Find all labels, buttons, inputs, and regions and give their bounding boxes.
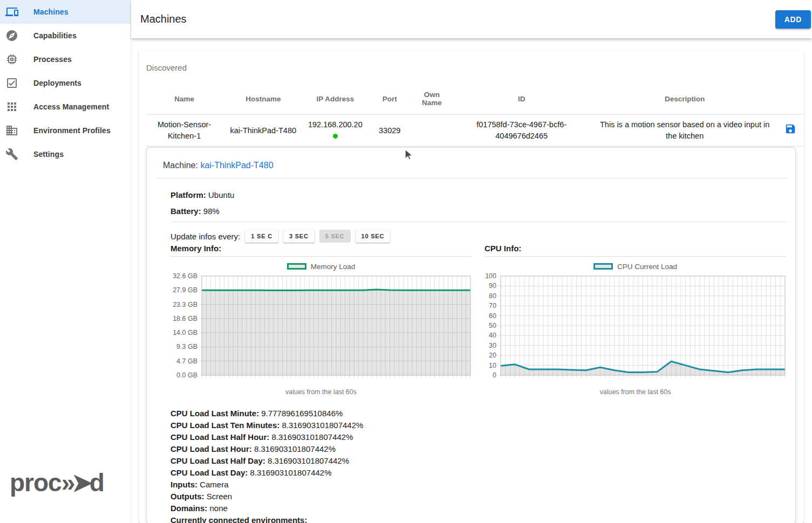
table-header-row: Name Hostname IP Address Port Own Name I…: [146, 85, 803, 115]
legend-swatch: [593, 263, 613, 270]
svg-text:4.7 GB: 4.7 GB: [176, 357, 197, 365]
sidebar-item-settings[interactable]: Settings: [0, 142, 131, 166]
sidebar-item-processes[interactable]: Processes: [0, 47, 131, 71]
cell-name: Motion-Sensor-Kitchen-1: [146, 115, 222, 147]
svg-text:90: 90: [489, 282, 496, 290]
svg-text:27.9 GB: 27.9 GB: [173, 286, 197, 294]
legend-swatch: [287, 263, 306, 270]
svg-text:0: 0: [493, 371, 496, 379]
stat-line: CPU Load Last Half Day: 8.31690310180744…: [170, 455, 787, 467]
update-interval-row: Update infos every: 1 SE C 3 SEC 5 SEC 1…: [170, 230, 787, 243]
svg-text:10: 10: [489, 362, 496, 369]
sidebar-item-label: Processes: [33, 55, 72, 64]
apps-grid-icon: [5, 100, 18, 113]
divider: [155, 178, 787, 178]
procd-logo: proc»➤d: [10, 470, 104, 495]
col-header-id: ID: [451, 85, 592, 115]
col-header-actions: [777, 85, 803, 115]
chart-legend: CPU Current Load: [485, 261, 786, 272]
cpu-load-stats: CPU Load Last Minute: 9.777896169510846%…: [170, 408, 787, 523]
top-toolbar: Machines ADD: [131, 0, 812, 38]
update-interval-label: Update infos every:: [170, 232, 240, 241]
charts-row: Memory Info: Memory Load32.6 GB27.9 GB23…: [170, 244, 787, 396]
machine-hostname-link[interactable]: kai-ThinkPad-T480: [200, 161, 273, 170]
app-window: Machines Capabilities Processes Deployme…: [0, 0, 812, 523]
cell-hostname: kai-ThinkPad-T480: [222, 115, 304, 147]
memory-info-heading: Memory Info:: [170, 244, 472, 253]
online-status-dot: [333, 134, 338, 139]
logo-arrow-glyphs: »➤: [62, 469, 90, 497]
col-header-hostname: Hostname: [222, 85, 304, 115]
cell-port: 33029: [366, 115, 413, 147]
machine-detail-body: Platform: Ubuntu Battery: 98% Update inf…: [170, 189, 787, 523]
col-header-description: Description: [592, 85, 777, 115]
table-row[interactable]: Motion-Sensor-Kitchen-1 kai-ThinkPad-T48…: [146, 115, 803, 147]
cpu-info-heading: CPU Info:: [485, 244, 786, 253]
col-header-ip: IP Address: [304, 85, 366, 115]
svg-text:32.6 GB: 32.6 GB: [173, 273, 197, 280]
svg-text:80: 80: [489, 292, 496, 300]
svg-text:60: 60: [489, 312, 496, 320]
stat-line: CPU Load Last Minute: 9.777896169510846%: [170, 408, 787, 419]
svg-text:70: 70: [489, 302, 496, 309]
page-title: Machines: [140, 13, 187, 25]
building-icon: [5, 124, 18, 137]
inputs-row: Inputs: Camera: [170, 479, 787, 491]
sidebar-item-environment-profiles[interactable]: Environment Profiles: [0, 119, 131, 142]
add-machine-button[interactable]: ADD: [775, 10, 811, 29]
sidebar-item-label: Machines: [33, 8, 69, 16]
stat-line: CPU Load Last Day: 8.316903101807442%: [170, 467, 787, 479]
sidebar-item-deployments[interactable]: Deployments: [0, 71, 131, 95]
stat-line: CPU Load Last Half Hour: 8.3169031018074…: [170, 431, 787, 443]
save-icon: [784, 128, 796, 136]
explore-icon: [5, 29, 18, 42]
machine-detail-title: Machine: kai-ThinkPad-T480: [163, 161, 787, 170]
interval-1sec-button[interactable]: 1 SE C: [245, 230, 278, 243]
sidebar-item-access-management[interactable]: Access Management: [0, 95, 131, 119]
interval-3sec-button[interactable]: 3 SEC: [283, 230, 315, 243]
chart-caption: values from the last 60s: [485, 388, 786, 396]
col-header-port: Port: [366, 85, 413, 115]
svg-text:40: 40: [489, 332, 496, 339]
environments-row: Currently connected environments:: [170, 514, 787, 523]
cell-actions: [777, 115, 803, 147]
svg-text:0.0 GB: 0.0 GB: [176, 371, 197, 379]
sidebar-item-machines[interactable]: Machines: [0, 0, 131, 24]
domains-row: Domains: none: [170, 503, 787, 514]
svg-text:50: 50: [489, 322, 496, 329]
stat-line: CPU Load Last Ten Minutes: 8.31690310180…: [170, 419, 787, 431]
checkbox-icon: [5, 77, 18, 90]
cell-description: This is a motion sensor based on a video…: [592, 115, 777, 147]
platform-row: Platform: Ubuntu: [170, 189, 787, 201]
cpu-load-chart: CPU Current Load1009080706050403020100va…: [485, 261, 786, 396]
machines-table: Name Hostname IP Address Port Own Name I…: [146, 85, 803, 147]
svg-text:30: 30: [489, 342, 496, 349]
devices-icon: [5, 5, 18, 18]
sidebar-item-label: Capabilities: [33, 31, 77, 40]
memory-load-chart: Memory Load32.6 GB27.9 GB23.3 GB18.6 GB1…: [170, 261, 472, 396]
svg-text:9.3 GB: 9.3 GB: [176, 343, 197, 350]
sidebar-item-capabilities[interactable]: Capabilities: [0, 24, 131, 47]
cell-id: f01758fd-73ce-4967-bcf6-4049676d2465: [451, 115, 592, 147]
chart-caption: values from the last 60s: [170, 388, 472, 396]
svg-text:18.6 GB: 18.6 GB: [173, 315, 197, 322]
content-area: Discovered Name Hostname IP Address Port…: [131, 38, 812, 523]
sidebar-item-label: Settings: [33, 150, 64, 159]
discovered-section-label: Discovered: [146, 59, 796, 72]
sidebar-item-label: Environment Profiles: [33, 126, 111, 135]
divider: [485, 256, 786, 257]
svg-text:23.3 GB: 23.3 GB: [173, 301, 197, 308]
battery-row: Battery: 98%: [170, 205, 787, 217]
sidebar: Machines Capabilities Processes Deployme…: [0, 0, 131, 523]
sidebar-item-label: Deployments: [33, 79, 81, 87]
interval-5sec-button[interactable]: 5 SEC: [319, 230, 351, 243]
stat-line: CPU Load Last Hour: 8.316903101807442%: [170, 443, 787, 455]
save-machine-button[interactable]: [784, 123, 796, 136]
memory-chart-column: Memory Info: Memory Load32.6 GB27.9 GB23…: [170, 244, 472, 396]
divider: [170, 222, 787, 222]
wrench-icon: [5, 148, 18, 161]
divider: [170, 256, 472, 257]
cell-ip: 192.168.200.20: [304, 115, 366, 147]
interval-10sec-button[interactable]: 10 SEC: [356, 230, 391, 243]
col-header-own-name: Own Name: [413, 85, 451, 115]
